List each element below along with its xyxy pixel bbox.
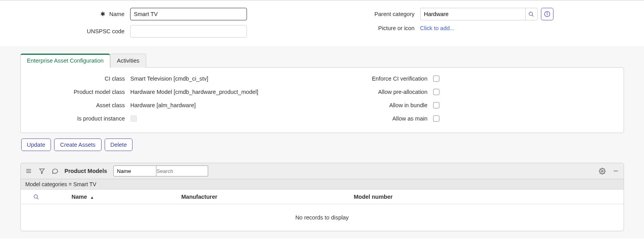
funnel-icon: [39, 168, 45, 174]
activity-icon: [52, 168, 58, 174]
picture-add-link[interactable]: Click to add...: [420, 25, 455, 31]
product-model-class-label: Product model class: [29, 89, 131, 95]
search-icon: [33, 194, 39, 200]
is-product-instance-checkbox: [131, 115, 137, 122]
name-input[interactable]: [130, 8, 247, 20]
table-empty-message: No records to display: [20, 204, 624, 231]
tab-panel: CI class Smart Television [cmdb_ci_stv] …: [20, 67, 624, 133]
parent-category-label: Parent category: [357, 11, 420, 17]
allow-bundle-checkbox[interactable]: [433, 102, 439, 108]
asset-class-value: Hardware [alm_hardware]: [131, 102, 196, 108]
svg-marker-8: [40, 169, 44, 174]
svg-point-0: [529, 12, 533, 15]
list-title: Product Models: [65, 168, 107, 174]
column-header-name[interactable]: Name ▲: [52, 194, 181, 200]
update-button[interactable]: Update: [21, 138, 51, 151]
list-collapse-button[interactable]: [612, 167, 620, 175]
table-header: Name ▲ Manufacturer Model number: [20, 189, 624, 204]
enforce-ci-checkbox[interactable]: [433, 76, 439, 82]
parent-category-input[interactable]: [420, 8, 525, 20]
list-settings-button[interactable]: [599, 167, 606, 175]
filter-breadcrumb[interactable]: Model categories = Smart TV: [20, 179, 624, 189]
minus-icon: [613, 168, 619, 174]
form-header: ✱ Name UNSPSC code Parent category: [0, 0, 644, 46]
related-list: Product Models ▼ Model categories = Smar…: [20, 163, 624, 231]
svg-point-4: [547, 13, 547, 13]
product-model-class-value: Hardware Model [cmdb_hardware_product_mo…: [131, 89, 258, 95]
unspsc-input[interactable]: [130, 25, 247, 38]
ci-class-label: CI class: [29, 76, 131, 82]
picture-label: Picture or icon: [357, 25, 420, 31]
enforce-ci-label: Enforce CI verification: [355, 76, 433, 82]
gear-icon: [599, 168, 606, 174]
info-icon: [544, 11, 550, 17]
list-filter-button[interactable]: [38, 167, 46, 175]
unspsc-label: UNSPSC code: [28, 28, 130, 34]
search-field-select[interactable]: [113, 165, 156, 176]
tab-activities[interactable]: Activities: [110, 54, 146, 68]
column-header-model-number[interactable]: Model number: [354, 194, 624, 200]
tab-enterprise-asset-config[interactable]: Enterprise Asset Configuration: [20, 54, 111, 68]
allow-prealloc-checkbox[interactable]: [433, 89, 439, 95]
svg-line-1: [532, 15, 533, 16]
allow-main-checkbox[interactable]: [433, 115, 439, 122]
column-header-manufacturer[interactable]: Manufacturer: [181, 194, 354, 200]
action-row: Update Create Assets Delete: [21, 138, 624, 151]
list-activity-button[interactable]: [51, 167, 59, 175]
svg-line-12: [37, 198, 38, 199]
hamburger-icon: [25, 168, 32, 174]
svg-point-9: [601, 170, 603, 172]
tab-bar: Enterprise Asset Configuration Activitie…: [20, 53, 624, 67]
allow-prealloc-label: Allow pre-allocation: [355, 89, 433, 95]
column-search-button[interactable]: [33, 193, 40, 201]
search-icon: [528, 11, 534, 17]
parent-category-info-button[interactable]: [541, 8, 553, 20]
list-toolbar: Product Models ▼: [20, 163, 624, 179]
is-product-instance-label: Is product instance: [29, 115, 131, 122]
list-menu-button[interactable]: [25, 167, 33, 175]
name-label: ✱ Name: [28, 11, 130, 18]
parent-category-lookup-button[interactable]: [525, 8, 538, 20]
tabbed-section: Enterprise Asset Configuration Activitie…: [0, 46, 644, 238]
sort-asc-icon: ▲: [90, 195, 94, 200]
asset-class-label: Asset class: [29, 102, 131, 108]
svg-point-11: [34, 194, 38, 198]
list-search-input[interactable]: [153, 165, 208, 176]
allow-bundle-label: Allow in bundle: [355, 102, 433, 108]
allow-main-label: Allow as main: [355, 115, 433, 122]
required-star-icon: ✱: [100, 11, 105, 17]
create-assets-button[interactable]: Create Assets: [54, 138, 101, 151]
delete-button[interactable]: Delete: [105, 138, 133, 151]
ci-class-value: Smart Television [cmdb_ci_stv]: [131, 76, 209, 82]
